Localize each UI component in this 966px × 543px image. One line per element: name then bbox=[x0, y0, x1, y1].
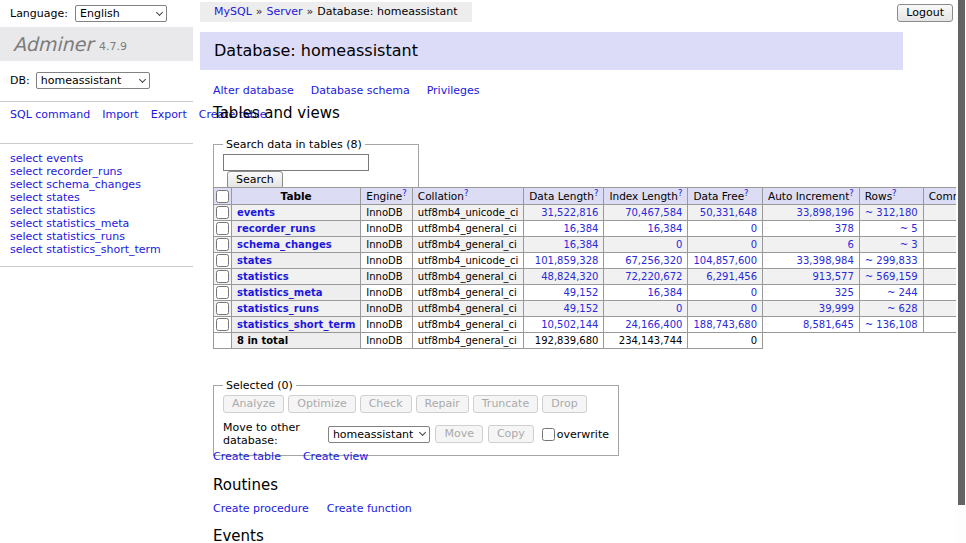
data-free-cell-link[interactable]: 0 bbox=[751, 239, 757, 250]
sidebar-import-link[interactable]: Import bbox=[102, 108, 139, 121]
index-length-cell-link[interactable]: 16,384 bbox=[647, 223, 682, 234]
index-length-cell-link[interactable]: 67,256,320 bbox=[625, 255, 682, 266]
drop-button[interactable]: Drop bbox=[542, 395, 586, 413]
rows-cell-link[interactable]: ~ 5 bbox=[900, 223, 918, 234]
row-checkbox[interactable] bbox=[216, 238, 229, 251]
language-select[interactable]: English bbox=[75, 5, 167, 22]
copy-button[interactable]: Copy bbox=[488, 425, 534, 443]
auto-increment-cell-link[interactable]: 39,999 bbox=[819, 303, 854, 314]
auto-increment-cell-link[interactable]: 6 bbox=[847, 239, 853, 250]
help-icon[interactable]: ? bbox=[678, 187, 683, 197]
row-checkbox[interactable] bbox=[216, 206, 229, 219]
auto-increment-cell-link[interactable]: 8,581,645 bbox=[803, 319, 854, 330]
sidebar-select-events-link[interactable]: select events bbox=[10, 152, 161, 165]
data-free-cell-link[interactable]: 104,857,600 bbox=[693, 255, 757, 266]
create-procedure-link[interactable]: Create procedure bbox=[213, 502, 309, 515]
breadcrumb-mysql-link[interactable]: MySQL bbox=[214, 5, 252, 18]
index-length-cell-link[interactable]: 24,166,400 bbox=[625, 319, 682, 330]
data-free-cell-link[interactable]: 0 bbox=[751, 223, 757, 234]
data-length-cell-link[interactable]: 101,859,328 bbox=[535, 255, 599, 266]
data-length-cell-link[interactable]: 10,502,144 bbox=[541, 319, 598, 330]
sidebar-export-link[interactable]: Export bbox=[151, 108, 187, 121]
alter-database-link[interactable]: Alter database bbox=[213, 84, 294, 97]
table-name-link[interactable]: statistics_meta bbox=[237, 287, 322, 298]
data-length-cell-link[interactable]: 31,522,816 bbox=[541, 207, 598, 218]
rows-cell-link[interactable]: ~ 136,108 bbox=[865, 319, 918, 330]
data-length-cell-link[interactable]: 49,152 bbox=[563, 287, 598, 298]
help-icon[interactable]: ? bbox=[849, 187, 854, 197]
sidebar-select-statistics-short-term-link[interactable]: select statistics_short_term bbox=[10, 243, 161, 256]
check-button[interactable]: Check bbox=[360, 395, 412, 413]
index-length-cell-link[interactable]: 16,384 bbox=[647, 287, 682, 298]
data-free-cell-link[interactable]: 0 bbox=[751, 303, 757, 314]
help-icon[interactable]: ? bbox=[464, 187, 469, 197]
rows-cell-link[interactable]: ~ 299,833 bbox=[865, 255, 918, 266]
help-icon[interactable]: ? bbox=[892, 187, 897, 197]
scrollbar-thumb[interactable] bbox=[958, 0, 965, 505]
index-length-cell-link[interactable]: 0 bbox=[676, 303, 682, 314]
data-free-cell-link[interactable]: 188,743,680 bbox=[693, 319, 757, 330]
row-checkbox[interactable] bbox=[216, 286, 229, 299]
data-length-cell-link[interactable]: 16,384 bbox=[563, 223, 598, 234]
table-name-link[interactable]: events bbox=[237, 207, 275, 218]
privileges-link[interactable]: Privileges bbox=[427, 84, 480, 97]
breadcrumb-server-link[interactable]: Server bbox=[267, 5, 303, 18]
help-icon[interactable]: ? bbox=[744, 187, 749, 197]
data-length-cell-link[interactable]: 16,384 bbox=[563, 239, 598, 250]
row-checkbox[interactable] bbox=[216, 222, 229, 235]
table-name-link[interactable]: recorder_runs bbox=[237, 223, 315, 234]
row-checkbox[interactable] bbox=[216, 270, 229, 283]
sidebar-select-schema-changes-link[interactable]: select schema_changes bbox=[10, 178, 161, 191]
repair-button[interactable]: Repair bbox=[416, 395, 469, 413]
select-all-checkbox[interactable] bbox=[216, 190, 229, 203]
sidebar-select-recorder-runs-link[interactable]: select recorder_runs bbox=[10, 165, 161, 178]
auto-increment-cell-link[interactable]: 33,898,196 bbox=[797, 207, 854, 218]
sidebar-select-statistics-runs-link[interactable]: select statistics_runs bbox=[10, 230, 161, 243]
rows-cell-link[interactable]: ~ 244 bbox=[887, 287, 918, 298]
rows-cell-link[interactable]: ~ 628 bbox=[887, 303, 918, 314]
sidebar-select-statistics-meta-link[interactable]: select statistics_meta bbox=[10, 217, 161, 230]
scrollbar-track[interactable] bbox=[956, 0, 966, 543]
logout-button[interactable]: Logout bbox=[897, 4, 953, 22]
truncate-button[interactable]: Truncate bbox=[473, 395, 538, 413]
index-length-cell-link[interactable]: 72,220,672 bbox=[625, 271, 682, 282]
data-free-cell-link[interactable]: 50,331,648 bbox=[700, 207, 757, 218]
sidebar-select-states-link[interactable]: select states bbox=[10, 191, 161, 204]
overwrite-checkbox[interactable] bbox=[542, 428, 555, 441]
row-checkbox[interactable] bbox=[216, 318, 229, 331]
index-length-cell-link[interactable]: 70,467,584 bbox=[625, 207, 682, 218]
db-select[interactable]: homeassistant bbox=[36, 72, 150, 89]
data-length-cell-link[interactable]: 49,152 bbox=[563, 303, 598, 314]
help-icon[interactable]: ? bbox=[594, 187, 599, 197]
table-name-link[interactable]: statistics bbox=[237, 271, 289, 282]
data-length-cell-link[interactable]: 48,824,320 bbox=[541, 271, 598, 282]
index-length-cell-link[interactable]: 0 bbox=[676, 239, 682, 250]
rows-cell-link[interactable]: ~ 569,159 bbox=[865, 271, 918, 282]
auto-increment-cell-link[interactable]: 378 bbox=[835, 223, 854, 234]
sidebar-select-statistics-link[interactable]: select statistics bbox=[10, 204, 161, 217]
create-table-link[interactable]: Create table bbox=[213, 450, 281, 463]
data-free-cell-link[interactable]: 0 bbox=[751, 287, 757, 298]
table-name-link[interactable]: statistics_short_term bbox=[237, 319, 355, 330]
data-free-cell-link[interactable]: 6,291,456 bbox=[706, 271, 757, 282]
analyze-button[interactable]: Analyze bbox=[223, 395, 284, 413]
optimize-button[interactable]: Optimize bbox=[288, 395, 355, 413]
row-checkbox[interactable] bbox=[216, 254, 229, 267]
create-view-link[interactable]: Create view bbox=[303, 450, 368, 463]
auto-increment-cell-link[interactable]: 33,398,984 bbox=[797, 255, 854, 266]
rows-cell-link[interactable]: ~ 312,180 bbox=[865, 207, 918, 218]
help-icon[interactable]: ? bbox=[402, 187, 407, 197]
auto-increment-cell-link[interactable]: 325 bbox=[835, 287, 854, 298]
row-checkbox[interactable] bbox=[216, 302, 229, 315]
table-name-link[interactable]: states bbox=[237, 255, 272, 266]
create-function-link[interactable]: Create function bbox=[327, 502, 412, 515]
move-button[interactable]: Move bbox=[435, 425, 483, 443]
search-input[interactable] bbox=[223, 154, 369, 171]
auto-increment-cell-link[interactable]: 913,577 bbox=[812, 271, 853, 282]
move-db-select[interactable]: homeassistant bbox=[328, 426, 431, 443]
table-name-link[interactable]: schema_changes bbox=[237, 239, 332, 250]
sidebar-sql-command-link[interactable]: SQL command bbox=[10, 108, 90, 121]
database-schema-link[interactable]: Database schema bbox=[311, 84, 410, 97]
rows-cell-link[interactable]: ~ 3 bbox=[900, 239, 918, 250]
table-name-link[interactable]: statistics_runs bbox=[237, 303, 319, 314]
